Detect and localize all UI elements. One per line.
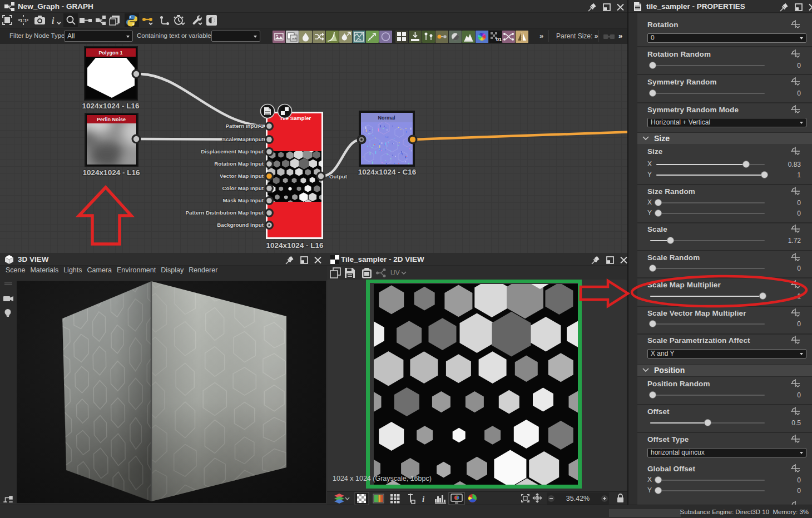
svg-text:Displacement Map Input: Displacement Map Input (201, 148, 264, 155)
svg-text:1024x1024 - C16: 1024x1024 - C16 (358, 168, 417, 176)
svg-text:Polygon 1: Polygon 1 (98, 50, 122, 56)
svg-text:1024x1024 - L16: 1024x1024 - L16 (83, 168, 140, 177)
svg-text:Scale Map Input: Scale Map Input (222, 136, 264, 142)
svg-text:Mask Map Input: Mask Map Input (223, 197, 264, 203)
svg-text:1024 x 1024 (Grayscale, 16bpc): 1024 x 1024 (Grayscale, 16bpc) (333, 475, 432, 482)
svg-text:Output: Output (329, 173, 348, 180)
svg-text:35.42%: 35.42% (566, 495, 590, 502)
svg-text:Normal: Normal (378, 115, 395, 121)
svg-text:i: i (422, 495, 425, 504)
svg-text:1024x1024 - L16: 1024x1024 - L16 (82, 102, 140, 110)
svg-text:Pattern Distribution Map Input: Pattern Distribution Map Input (186, 210, 264, 216)
svg-text:i: i (52, 16, 55, 26)
svg-text:1024x1024 - L16: 1024x1024 - L16 (266, 241, 324, 250)
svg-text:01: 01 (496, 37, 502, 42)
svg-text:Color Map Input: Color Map Input (222, 185, 264, 191)
svg-text:Perlin Noise: Perlin Noise (97, 117, 126, 122)
svg-text:Vector Map Input: Vector Map Input (220, 173, 264, 179)
svg-text:Rotation Map Input: Rotation Map Input (214, 161, 264, 167)
svg-text:1:1: 1:1 (19, 18, 27, 23)
svg-text:Pattern Input 1: Pattern Input 1 (225, 123, 264, 129)
svg-text:Background Input: Background Input (217, 222, 264, 228)
svg-text:UV: UV (390, 269, 400, 277)
